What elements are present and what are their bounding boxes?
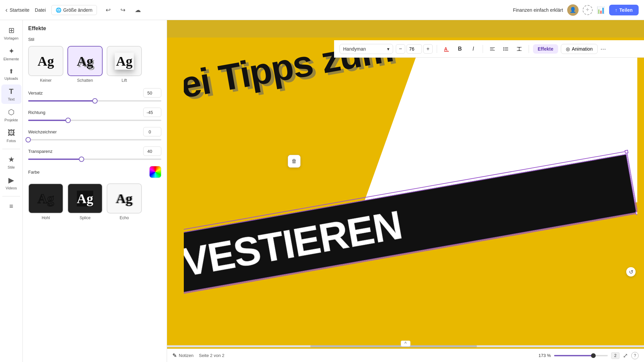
weichzeichner-input[interactable]	[143, 127, 161, 136]
versatz-slider-row: Versatz	[28, 88, 161, 102]
richtung-label: Richtung	[28, 110, 45, 115]
transparenz-track[interactable]	[28, 159, 161, 160]
sidebar-item-projekte[interactable]: ⬡ Projekte	[1, 105, 21, 125]
align-left-button[interactable]	[487, 44, 498, 54]
expand-button[interactable]: ⤢	[623, 352, 628, 359]
weichzeichner-track[interactable]	[28, 139, 161, 140]
style-card-splice[interactable]: Ag Splice	[67, 183, 103, 220]
resize-label: Größe ändern	[63, 7, 93, 13]
notes-label: Notizen	[179, 353, 194, 358]
italic-button[interactable]: I	[468, 44, 479, 54]
style-card-keiner[interactable]: Ag Keiner	[28, 46, 63, 83]
notes-button[interactable]: ✎ Notizen	[172, 352, 194, 359]
page-info: Seite 2 von 2	[199, 353, 224, 358]
sidebar-item-stile[interactable]: ★ Stile	[1, 153, 21, 172]
save-cloud-button[interactable]: ☁	[132, 4, 144, 16]
sidebar-item-fotos[interactable]: 🖼 Fotos	[1, 126, 21, 145]
back-label[interactable]: Startseite	[10, 7, 30, 13]
redo-button[interactable]: ↪	[117, 4, 129, 16]
transparenz-slider-header: Transparenz	[28, 146, 161, 156]
sidebar-item-videos[interactable]: ▶ Videos	[1, 173, 21, 193]
style-card-echo-preview: Ag	[107, 183, 142, 214]
list-button[interactable]	[500, 44, 511, 54]
back-button[interactable]: ‹ Startseite	[5, 6, 30, 14]
style-card-hohl[interactable]: Ag Hohl	[28, 183, 63, 220]
fotos-icon: 🖼	[8, 129, 15, 137]
splice-ag-text: Ag	[77, 191, 93, 206]
share-button[interactable]: ↑ Teilen	[609, 5, 639, 15]
color-row: Farbe	[28, 166, 161, 178]
slide-area: ei Tipps zum VESTIEREN 🗑	[184, 44, 637, 328]
fmt-divider-3	[529, 45, 529, 53]
schatten-ag-text: Ag	[77, 53, 93, 69]
echo-ag-text: Ag	[116, 191, 132, 206]
sidebar-item-elemente[interactable]: ✦ Elemente	[1, 44, 21, 64]
svg-rect-1	[444, 51, 449, 52]
style-options-bottom: Ag Hohl Ag Splice Ag Echo	[28, 183, 161, 220]
bold-button[interactable]: B	[454, 44, 465, 54]
projekte-icon: ⬡	[8, 108, 14, 117]
text-color-button[interactable]: A	[441, 44, 452, 54]
keiner-ag-text: Ag	[38, 53, 54, 69]
svg-point-5	[503, 47, 504, 48]
versatz-input[interactable]	[143, 88, 161, 98]
page-badge: 2	[611, 352, 620, 359]
file-link[interactable]: Datei	[35, 7, 46, 13]
animation-label: Animation	[572, 46, 593, 52]
status-bar: ✎ Notizen Seite 2 von 2 173 % 2 ⤢ ?	[167, 349, 644, 362]
notes-icon: ✎	[172, 352, 177, 359]
color-swatch[interactable]	[149, 166, 161, 178]
font-size-input[interactable]	[407, 44, 422, 54]
zoom-slider[interactable]	[554, 355, 608, 356]
analytics-icon[interactable]: 📊	[597, 6, 605, 14]
style-card-lift[interactable]: Ag Lift	[107, 46, 142, 83]
zoom-thumb[interactable]	[591, 353, 596, 358]
style-card-echo[interactable]: Ag Echo	[107, 183, 142, 220]
animation-button[interactable]: ◎ Animation	[561, 44, 598, 54]
rotate-icon: ↺	[629, 269, 633, 275]
canvas-area[interactable]: ei Tipps zum VESTIEREN 🗑	[167, 38, 644, 349]
sidebar-item-vorlagen[interactable]: ⊞ Vorlagen	[1, 23, 21, 43]
resize-button[interactable]: 🌐 Größe ändern	[51, 5, 97, 15]
font-size-increase[interactable]: +	[423, 44, 433, 54]
richtung-slider-row: Richtung	[28, 108, 161, 121]
sidebar-item-projekte-label: Projekte	[4, 118, 18, 122]
richtung-input[interactable]	[143, 108, 161, 117]
spacing-button[interactable]	[514, 44, 525, 54]
style-card-echo-label: Echo	[120, 216, 129, 220]
project-title: Finanzen einfach erklärt	[513, 7, 563, 13]
svg-point-7	[503, 48, 504, 49]
style-card-lift-label: Lift	[121, 78, 127, 83]
font-size-decrease[interactable]: −	[396, 44, 405, 54]
effects-button[interactable]: Effekte	[533, 44, 558, 54]
avatar[interactable]: 👤	[567, 4, 579, 16]
font-name: Handyman	[343, 46, 366, 52]
style-card-schatten[interactable]: Ag Schatten	[67, 46, 103, 83]
help-button[interactable]: ?	[631, 352, 639, 359]
sidebar-item-vorlagen-label: Vorlagen	[4, 36, 18, 40]
richtung-track[interactable]	[28, 120, 161, 121]
sidebar-divider-2	[2, 196, 20, 196]
style-card-keiner-preview: Ag	[28, 46, 63, 76]
lift-ag-text: Ag	[115, 53, 134, 70]
rotate-handle[interactable]: ↺	[626, 267, 636, 277]
sidebar-item-uploads[interactable]: ⬆ Uploads	[1, 65, 21, 83]
style-card-splice-preview: Ag	[67, 183, 103, 214]
font-selector[interactable]: Handyman ▾	[339, 44, 393, 54]
weichzeichner-label: Weichzeichner	[28, 129, 57, 134]
versatz-track[interactable]	[28, 100, 161, 102]
fmt-divider-2	[483, 45, 483, 53]
transparenz-input[interactable]	[143, 146, 161, 156]
page-collapse-button[interactable]: ^	[401, 341, 411, 347]
undo-button[interactable]: ↩	[102, 4, 114, 16]
svg-text:A: A	[444, 46, 447, 52]
more-options-button[interactable]: ···	[600, 45, 606, 53]
resize-icon: 🌐	[56, 7, 61, 13]
vorlagen-icon: ⊞	[8, 26, 14, 35]
sidebar-item-pattern[interactable]: ≡	[1, 200, 21, 213]
sidebar-item-text[interactable]: T Text	[1, 84, 21, 104]
canvas-delete-button[interactable]: 🗑	[288, 155, 301, 168]
canvas-wrapper: Handyman ▾ − + A B I	[167, 20, 644, 362]
sidebar-item-text-label: Text	[8, 97, 14, 101]
add-collaborator-button[interactable]: +	[583, 5, 593, 15]
